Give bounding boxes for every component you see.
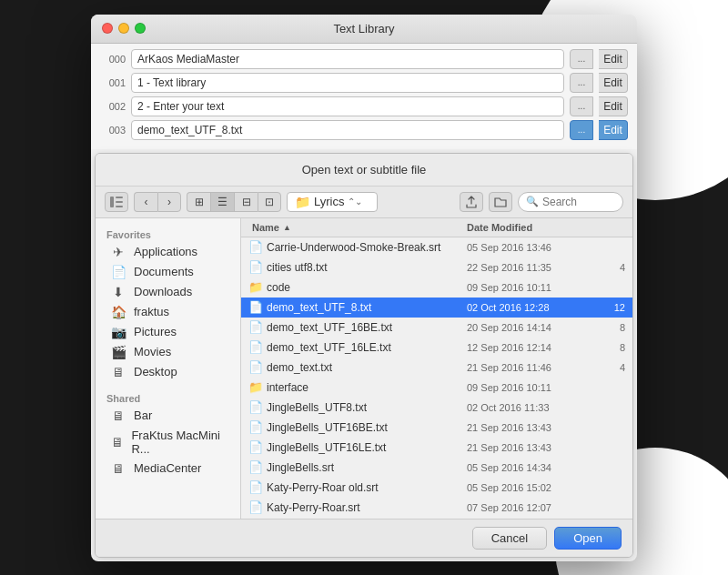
row-input[interactable] [131, 120, 564, 140]
movies-icon: 🎬 [110, 345, 126, 359]
icon-view-button[interactable]: ⊞ [187, 192, 210, 212]
row-dots-button[interactable]: ... [570, 120, 593, 140]
txt-icon: 📄 [248, 260, 267, 274]
nav-buttons: ‹ › [134, 192, 181, 212]
txt-icon: 📄 [248, 440, 267, 454]
file-row[interactable]: 📄 Katy-Perry-Roar old.srt 05 Sep 2016 15… [241, 478, 632, 498]
file-list-container: Name ▲ Date Modified 📄 Carrie-Underwood-… [241, 218, 632, 519]
file-row[interactable]: 📄 JingleBells_UTF8.txt 02 Oct 2016 11:33 [241, 398, 632, 418]
file-name: demo_text.txt [267, 361, 460, 374]
svg-rect-0 [110, 197, 114, 207]
sidebar-label: Pictures [134, 325, 177, 338]
lib-row: 003 ... Edit [100, 120, 628, 140]
file-row[interactable]: 📄 JingleBells_UTF16BE.txt 21 Sep 2016 13… [241, 418, 632, 438]
sidebar-item-movies[interactable]: 🎬 Movies [99, 342, 237, 362]
location-text: Lyrics [314, 195, 344, 208]
sidebar-toggle-button[interactable] [105, 192, 128, 212]
sidebar-item-fraktus[interactable]: 🏠 fraktus [99, 302, 237, 322]
cancel-button[interactable]: Cancel [472, 527, 547, 550]
file-row[interactable]: 📄 Michelle_Obama_YouTube.srt 05 Sep 2016… [241, 518, 632, 519]
row-edit-button[interactable]: Edit [599, 120, 628, 140]
window-title: Text Library [333, 22, 394, 35]
sidebar-item-documents[interactable]: 📄 Documents [99, 262, 237, 282]
row-input[interactable] [131, 73, 564, 93]
txt-icon: 📄 [248, 340, 267, 354]
row-dots-button[interactable]: ... [570, 73, 593, 93]
file-date: 05 Sep 2016 15:02 [460, 482, 596, 493]
close-button[interactable] [102, 23, 113, 34]
dialog-toolbar: ‹ › ⊞ ☰ ⊟ ⊡ 📁 Lyrics ⌃⌄ [96, 187, 632, 218]
bar-icon: 🖥 [110, 409, 126, 423]
row-edit-button[interactable]: Edit [599, 73, 628, 93]
file-name: cities utf8.txt [267, 261, 460, 274]
favorites-list: ✈ Applications 📄 Documents ⬇ Downloads 🏠… [96, 242, 240, 382]
sidebar-item-desktop[interactable]: 🖥 Desktop [99, 362, 237, 382]
share-button[interactable] [460, 192, 483, 212]
back-button[interactable]: ‹ [134, 192, 157, 212]
row-input[interactable] [131, 49, 564, 69]
sidebar-label: MediaCenter [134, 461, 201, 475]
row-dots-button[interactable]: ... [570, 96, 593, 116]
cover-flow-button[interactable]: ⊡ [258, 192, 281, 212]
col-date-header[interactable]: Date Modified [460, 222, 596, 233]
maximize-button[interactable] [135, 23, 146, 34]
file-name: demo_text_UTF_16BE.txt [267, 321, 460, 334]
file-name: Katy-Perry-Roar old.srt [267, 481, 460, 494]
row-edit-button[interactable]: Edit [599, 49, 628, 69]
sidebar-label: Desktop [134, 365, 177, 378]
column-view-button[interactable]: ⊟ [234, 192, 258, 212]
sidebar-item-mediacenter[interactable]: 🖥 MediaCenter [99, 459, 237, 479]
minimize-button[interactable] [118, 23, 129, 34]
file-row[interactable]: 📄 Katy-Perry-Roar.srt 07 Sep 2016 12:07 [241, 498, 632, 518]
sidebar-item-applications[interactable]: ✈ Applications [99, 242, 237, 262]
dialog-content: Favorites ✈ Applications 📄 Documents ⬇ D… [96, 218, 632, 519]
file-row[interactable]: 📄 demo_text_UTF_8.txt 02 Oct 2016 12:28 … [241, 298, 632, 318]
favorites-label: Favorites [96, 226, 240, 242]
file-row[interactable]: 📄 JingleBells.srt 05 Sep 2016 14:34 [241, 458, 632, 478]
file-row[interactable]: 📄 demo_text.txt 21 Sep 2016 11:46 4 [241, 358, 632, 378]
row-input[interactable] [131, 96, 564, 116]
row-edit-button[interactable]: Edit [599, 96, 628, 116]
sidebar-label: Documents [134, 265, 194, 278]
open-button[interactable]: Open [554, 527, 622, 550]
sidebar-item-downloads[interactable]: ⬇ Downloads [99, 282, 237, 302]
file-row[interactable]: 📁 interface 09 Sep 2016 10:11 [241, 378, 632, 398]
window-controls [102, 23, 146, 34]
file-size: 8 [596, 342, 632, 353]
file-row[interactable]: 📁 code 09 Sep 2016 10:11 [241, 277, 632, 298]
file-row[interactable]: 📄 cities utf8.txt 22 Sep 2016 11:35 4 [241, 257, 632, 277]
file-name: code [267, 281, 460, 294]
svg-rect-1 [116, 197, 123, 198]
lib-row: 000 ... Edit [100, 49, 628, 69]
sidebar-label: fraktus [134, 305, 169, 318]
new-folder-button[interactable] [489, 192, 512, 212]
col-size-header [596, 222, 632, 233]
sidebar-item-pictures[interactable]: 📷 Pictures [99, 322, 237, 342]
col-name-header[interactable]: Name ▲ [241, 222, 460, 233]
location-picker[interactable]: 📁 Lyrics ⌃⌄ [287, 192, 378, 212]
file-row[interactable]: 📄 Carrie-Underwood-Smoke-Break.srt 05 Se… [241, 237, 632, 257]
file-row[interactable]: 📄 demo_text_UTF_16LE.txt 12 Sep 2016 12:… [241, 338, 632, 358]
file-date: 21 Sep 2016 11:46 [460, 362, 596, 373]
file-date: 02 Oct 2016 11:33 [460, 402, 596, 413]
file-row[interactable]: 📄 demo_text_UTF_16BE.txt 20 Sep 2016 14:… [241, 318, 632, 338]
main-window: Text Library 000 ... Edit 001 ... Edit 0… [91, 15, 637, 561]
sidebar-item-fraktus-macmini[interactable]: 🖥 FraKtus MacMini R... [99, 426, 237, 459]
forward-button[interactable]: › [157, 192, 181, 212]
file-row[interactable]: 📄 JingleBells_UTF16LE.txt 21 Sep 2016 13… [241, 438, 632, 458]
sidebar: Favorites ✈ Applications 📄 Documents ⬇ D… [96, 218, 241, 519]
sidebar-item-bar[interactable]: 🖥 Bar [99, 406, 237, 426]
row-number: 002 [100, 101, 126, 112]
search-input[interactable] [542, 196, 615, 208]
dialog-footer: Cancel Open [96, 519, 632, 557]
file-date: 09 Sep 2016 10:11 [460, 382, 596, 393]
folder-icon: 📁 [248, 380, 267, 394]
list-view-button[interactable]: ☰ [210, 192, 234, 212]
row-dots-button[interactable]: ... [570, 49, 593, 69]
documents-icon: 📄 [110, 265, 126, 279]
file-date: 09 Sep 2016 10:11 [460, 282, 596, 293]
srt-icon: 📄 [248, 460, 267, 474]
sort-arrow-icon: ▲ [283, 223, 291, 232]
file-date: 07 Sep 2016 12:07 [460, 502, 596, 513]
lib-row: 002 ... Edit [100, 96, 628, 116]
